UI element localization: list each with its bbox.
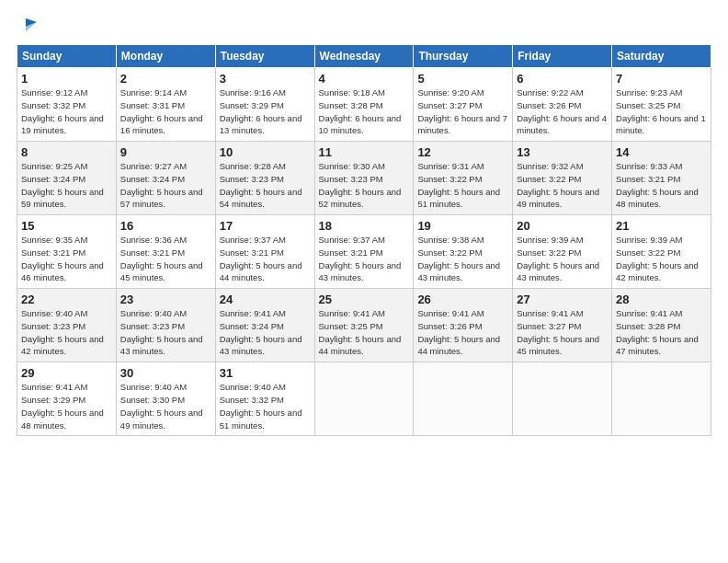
day-number: 4 — [319, 72, 410, 86]
day-number: 12 — [417, 145, 508, 159]
calendar-cell: 11 Sunrise: 9:30 AMSunset: 3:23 PMDaylig… — [314, 142, 414, 215]
day-detail: Sunrise: 9:30 AMSunset: 3:23 PMDaylight:… — [319, 161, 402, 209]
calendar-cell: 21 Sunrise: 9:39 AMSunset: 3:22 PMDaylig… — [612, 215, 711, 289]
calendar-week-row: 8 Sunrise: 9:25 AMSunset: 3:24 PMDayligh… — [17, 142, 711, 215]
calendar-cell: 2 Sunrise: 9:14 AMSunset: 3:31 PMDayligh… — [116, 68, 215, 142]
calendar-cell: 14 Sunrise: 9:33 AMSunset: 3:21 PMDaylig… — [612, 142, 711, 215]
day-detail: Sunrise: 9:16 AMSunset: 3:29 PMDaylight:… — [220, 87, 302, 135]
day-detail: Sunrise: 9:37 AMSunset: 3:21 PMDaylight:… — [220, 235, 302, 282]
day-number: 8 — [21, 145, 112, 159]
day-detail: Sunrise: 9:41 AMSunset: 3:29 PMDaylight:… — [21, 382, 104, 430]
day-number: 20 — [517, 219, 608, 233]
page: SundayMondayTuesdayWednesdayThursdayFrid… — [0, 0, 728, 445]
header — [17, 17, 711, 35]
calendar-cell: 8 Sunrise: 9:25 AMSunset: 3:24 PMDayligh… — [17, 142, 117, 215]
day-number: 21 — [616, 219, 707, 233]
weekday-header-row: SundayMondayTuesdayWednesdayThursdayFrid… — [17, 45, 711, 68]
day-detail: Sunrise: 9:27 AMSunset: 3:24 PMDaylight:… — [120, 161, 203, 209]
weekday-header: Wednesday — [314, 45, 414, 68]
day-detail: Sunrise: 9:31 AMSunset: 3:22 PMDaylight:… — [417, 161, 500, 209]
calendar-cell: 15 Sunrise: 9:35 AMSunset: 3:21 PMDaylig… — [17, 215, 117, 289]
calendar-week-row: 15 Sunrise: 9:35 AMSunset: 3:21 PMDaylig… — [17, 215, 711, 289]
day-number: 3 — [220, 72, 311, 86]
weekday-header: Monday — [116, 45, 215, 68]
day-detail: Sunrise: 9:12 AMSunset: 3:32 PMDaylight:… — [21, 87, 104, 135]
calendar-cell: 7 Sunrise: 9:23 AMSunset: 3:25 PMDayligh… — [612, 68, 711, 142]
day-number: 9 — [120, 145, 211, 159]
day-detail: Sunrise: 9:41 AMSunset: 3:25 PMDaylight:… — [319, 308, 402, 356]
day-detail: Sunrise: 9:32 AMSunset: 3:22 PMDaylight:… — [517, 161, 599, 209]
day-number: 23 — [120, 293, 211, 306]
calendar-cell: 18 Sunrise: 9:37 AMSunset: 3:21 PMDaylig… — [314, 215, 414, 289]
calendar-week-row: 29 Sunrise: 9:41 AMSunset: 3:29 PMDaylig… — [17, 362, 711, 436]
day-number: 22 — [21, 293, 112, 306]
day-detail: Sunrise: 9:41 AMSunset: 3:27 PMDaylight:… — [517, 308, 599, 356]
calendar-cell: 9 Sunrise: 9:27 AMSunset: 3:24 PMDayligh… — [116, 142, 215, 215]
day-number: 11 — [319, 145, 410, 159]
day-detail: Sunrise: 9:37 AMSunset: 3:21 PMDaylight:… — [319, 235, 402, 282]
calendar-table: SundayMondayTuesdayWednesdayThursdayFrid… — [17, 44, 711, 436]
day-detail: Sunrise: 9:41 AMSunset: 3:24 PMDaylight:… — [220, 308, 302, 356]
day-detail: Sunrise: 9:23 AMSunset: 3:25 PMDaylight:… — [616, 87, 706, 135]
calendar-cell — [513, 362, 612, 436]
day-number: 13 — [517, 145, 608, 159]
day-number: 6 — [517, 72, 608, 86]
day-detail: Sunrise: 9:35 AMSunset: 3:21 PMDaylight:… — [21, 235, 104, 282]
calendar-cell: 26 Sunrise: 9:41 AMSunset: 3:26 PMDaylig… — [414, 289, 513, 362]
day-detail: Sunrise: 9:40 AMSunset: 3:30 PMDaylight:… — [120, 382, 203, 430]
day-number: 25 — [319, 293, 410, 306]
day-number: 15 — [21, 219, 112, 233]
day-number: 31 — [220, 366, 311, 380]
day-detail: Sunrise: 9:40 AMSunset: 3:23 PMDaylight:… — [120, 308, 203, 356]
day-number: 18 — [319, 219, 410, 233]
day-number: 19 — [417, 219, 508, 233]
day-number: 29 — [21, 366, 112, 380]
day-detail: Sunrise: 9:28 AMSunset: 3:23 PMDaylight:… — [220, 161, 302, 209]
calendar-week-row: 22 Sunrise: 9:40 AMSunset: 3:23 PMDaylig… — [17, 289, 711, 362]
day-number: 16 — [120, 219, 211, 233]
day-number: 14 — [616, 145, 707, 159]
calendar-week-row: 1 Sunrise: 9:12 AMSunset: 3:32 PMDayligh… — [17, 68, 711, 142]
calendar-cell: 12 Sunrise: 9:31 AMSunset: 3:22 PMDaylig… — [414, 142, 513, 215]
day-number: 24 — [220, 293, 311, 306]
day-detail: Sunrise: 9:18 AMSunset: 3:28 PMDaylight:… — [319, 87, 402, 135]
calendar-cell — [314, 362, 414, 436]
calendar-cell: 24 Sunrise: 9:41 AMSunset: 3:24 PMDaylig… — [215, 289, 314, 362]
day-detail: Sunrise: 9:25 AMSunset: 3:24 PMDaylight:… — [21, 161, 104, 209]
day-detail: Sunrise: 9:40 AMSunset: 3:32 PMDaylight:… — [220, 382, 302, 430]
day-detail: Sunrise: 9:40 AMSunset: 3:23 PMDaylight:… — [21, 308, 104, 356]
calendar-cell: 20 Sunrise: 9:39 AMSunset: 3:22 PMDaylig… — [513, 215, 612, 289]
day-detail: Sunrise: 9:14 AMSunset: 3:31 PMDaylight:… — [120, 87, 203, 135]
calendar-cell: 25 Sunrise: 9:41 AMSunset: 3:25 PMDaylig… — [314, 289, 414, 362]
calendar-cell: 29 Sunrise: 9:41 AMSunset: 3:29 PMDaylig… — [17, 362, 117, 436]
day-detail: Sunrise: 9:41 AMSunset: 3:28 PMDaylight:… — [616, 308, 699, 356]
calendar-cell: 3 Sunrise: 9:16 AMSunset: 3:29 PMDayligh… — [215, 68, 314, 142]
calendar-cell: 19 Sunrise: 9:38 AMSunset: 3:22 PMDaylig… — [414, 215, 513, 289]
logo-icon — [18, 15, 39, 35]
weekday-header: Friday — [513, 45, 612, 68]
calendar-cell — [612, 362, 711, 436]
weekday-header: Sunday — [17, 45, 117, 68]
calendar-cell: 13 Sunrise: 9:32 AMSunset: 3:22 PMDaylig… — [513, 142, 612, 215]
day-detail: Sunrise: 9:33 AMSunset: 3:21 PMDaylight:… — [616, 161, 699, 209]
calendar-cell: 1 Sunrise: 9:12 AMSunset: 3:32 PMDayligh… — [17, 68, 117, 142]
day-number: 27 — [517, 293, 608, 306]
day-detail: Sunrise: 9:22 AMSunset: 3:26 PMDaylight:… — [517, 87, 607, 135]
day-detail: Sunrise: 9:38 AMSunset: 3:22 PMDaylight:… — [417, 235, 500, 282]
day-detail: Sunrise: 9:20 AMSunset: 3:27 PMDaylight:… — [417, 87, 507, 135]
calendar-cell: 30 Sunrise: 9:40 AMSunset: 3:30 PMDaylig… — [116, 362, 215, 436]
weekday-header: Saturday — [612, 45, 711, 68]
weekday-header: Thursday — [414, 45, 513, 68]
day-number: 10 — [220, 145, 311, 159]
calendar-cell: 10 Sunrise: 9:28 AMSunset: 3:23 PMDaylig… — [215, 142, 314, 215]
calendar-cell: 28 Sunrise: 9:41 AMSunset: 3:28 PMDaylig… — [612, 289, 711, 362]
day-detail: Sunrise: 9:39 AMSunset: 3:22 PMDaylight:… — [616, 235, 699, 282]
day-number: 17 — [220, 219, 311, 233]
day-number: 26 — [417, 293, 508, 306]
day-detail: Sunrise: 9:36 AMSunset: 3:21 PMDaylight:… — [120, 235, 203, 282]
logo — [17, 17, 39, 35]
day-number: 5 — [417, 72, 508, 86]
calendar-cell: 16 Sunrise: 9:36 AMSunset: 3:21 PMDaylig… — [116, 215, 215, 289]
calendar-cell: 4 Sunrise: 9:18 AMSunset: 3:28 PMDayligh… — [314, 68, 414, 142]
day-number: 7 — [616, 72, 707, 86]
